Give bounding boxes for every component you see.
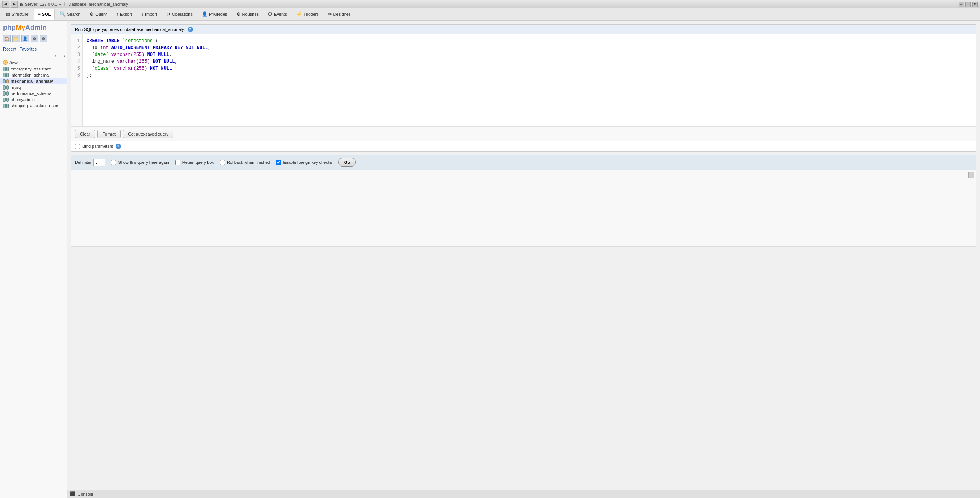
format-button[interactable]: Format [97,130,121,138]
export-icon: ↑ [116,11,118,17]
db-cylinder [3,67,6,71]
show-query-label: Show this query here again [118,160,169,165]
query-icon: ⚙ [90,11,94,17]
console-icon: ⬛ [70,491,75,496]
tab-export[interactable]: ↑Export [112,9,136,20]
titlebar-controls: − □ ✕ [959,2,978,7]
db-cylinder2 [6,67,9,71]
home-icon[interactable]: 🏠 [3,35,11,42]
code-line-6: ); [87,72,972,79]
back-button[interactable]: ◀ [2,1,9,8]
tab-import[interactable]: ↓Import [137,9,161,20]
sql-code-area[interactable]: CREATE TABLE `detections`( id int AUTO_I… [83,34,976,126]
sidebar-item-mechanical_anomaly[interactable]: mechanical_anomaly [0,78,67,84]
clear-button[interactable]: Clear [75,130,95,138]
db-name: emergency_assistant [11,67,51,71]
forward-button[interactable]: ▶ [11,1,18,8]
code-line-2: id int AUTO_INCREMENT PRIMARY KEY NOT NU… [87,44,972,51]
console-label: Console [78,492,93,496]
autosave-button[interactable]: Get auto-saved query [123,130,173,138]
events-icon: ⏱ [268,11,273,17]
code-line-1: CREATE TABLE `detections`( [87,38,972,44]
maximize-button[interactable]: □ [965,2,971,7]
bind-params-info-icon[interactable]: ? [116,144,121,149]
close-button[interactable]: ✕ [972,2,978,7]
rollback-checkbox[interactable] [220,160,225,165]
routines-label: Routines [242,12,259,16]
tab-query[interactable]: ⚙Query [85,9,111,20]
collapse-button[interactable]: − [968,172,974,178]
db-icon[interactable]: 📁 [12,35,20,42]
db-cylinder [3,85,6,90]
sidebar-item-mysql[interactable]: mysql [0,84,67,90]
show-query-checkbox[interactable] [111,160,116,165]
retain-box-label: Retain query box [182,160,214,165]
settings2-icon[interactable]: ⚙ [40,35,47,42]
db-icon: 🗄 [63,2,67,7]
settings-icon[interactable]: ⚙ [31,35,38,42]
bind-params: Bind parameters ? [71,141,976,151]
info-icon[interactable]: ? [188,27,193,32]
sql-label: SQL [42,12,51,16]
retain-box-checkbox[interactable] [175,160,180,165]
db-name: information_schema [11,73,49,77]
tab-search[interactable]: 🔍Search [56,9,85,20]
bottom-area: − [71,170,976,247]
new-icon: + [3,60,8,65]
new-database-item[interactable]: + New [0,59,67,66]
delimiter-input[interactable] [93,159,105,166]
db-cylinder2 [6,79,9,83]
db-item-icon [3,85,9,90]
tab-structure[interactable]: ▤Structure [2,9,33,20]
tab-privileges[interactable]: 👤Privileges [198,9,232,20]
logo-my: My [16,24,25,31]
sql-panel: Run SQL query/queries on database mechan… [71,24,976,152]
bind-params-checkbox[interactable] [75,144,80,149]
tab-sql[interactable]: ≡SQL [34,9,55,20]
user-icon[interactable]: 👤 [21,35,29,42]
tab-routines[interactable]: ⚙Routines [232,9,263,20]
privileges-label: Privileges [209,12,227,16]
show-query-group: Show this query here again [111,160,169,165]
db-cylinder [3,73,6,77]
db-cylinder2 [6,98,9,102]
tab-designer[interactable]: ✏Designer [324,9,354,20]
db-item-icon [3,91,9,96]
delimiter-label: Delimiter [75,160,91,165]
operations-label: Operations [172,12,193,16]
foreign-key-checkbox[interactable] [276,160,281,165]
server-icon: 🖥 [19,2,23,7]
db-item-icon [3,79,9,83]
operations-icon: ⚙ [166,11,170,17]
triggers-icon: ⚡ [296,11,302,17]
go-button[interactable]: Go [338,158,356,167]
sidebar-item-performance_schema[interactable]: performance_schema [0,90,67,96]
db-item-icon [3,67,9,71]
toggle-button[interactable]: ⟵⟶ [54,54,65,58]
app-container: ◀ ▶ 🖥 Server: 127.0.0.1 » 🗄 Database: me… [0,0,980,498]
favorites-link[interactable]: Favorites [20,47,37,51]
code-line-3: `date` varchar(255) NOT NULL, [87,51,972,58]
line-number-1: 1 [74,38,80,44]
sidebar-links: Recent Favorites [0,45,67,53]
sidebar-item-information_schema[interactable]: information_schema [0,72,67,78]
sql-editor: 123456 CREATE TABLE `detections`( id int… [71,34,976,126]
logo-php: php [3,24,16,31]
sidebar-item-emergency_assistant[interactable]: emergency_assistant [0,66,67,72]
structure-label: Structure [11,12,29,16]
tab-triggers[interactable]: ⚡Triggers [292,9,323,20]
sidebar-item-shopping_assistant_users[interactable]: shopping_assistant_users [0,103,67,109]
tab-operations[interactable]: ⚙Operations [162,9,197,20]
recent-link[interactable]: Recent [3,47,16,51]
titlebar: ◀ ▶ 🖥 Server: 127.0.0.1 » 🗄 Database: me… [0,0,980,8]
sidebar-item-phpmyadmin[interactable]: phpmyadmin [0,96,67,103]
line-number-6: 6 [74,72,80,79]
sql-header: Run SQL query/queries on database mechan… [71,25,976,34]
breadcrumb: 🖥 Server: 127.0.0.1 » 🗄 Database: mechan… [19,2,128,7]
foreign-key-group: Enable foreign key checks [276,160,332,165]
query-options: Delimiter Show this query here again Ret… [71,155,976,170]
db-cylinder2 [6,85,9,90]
logo-text: phpMyAdmin [3,24,47,32]
tab-events[interactable]: ⏱Events [264,9,291,20]
minimize-button[interactable]: − [959,2,964,7]
